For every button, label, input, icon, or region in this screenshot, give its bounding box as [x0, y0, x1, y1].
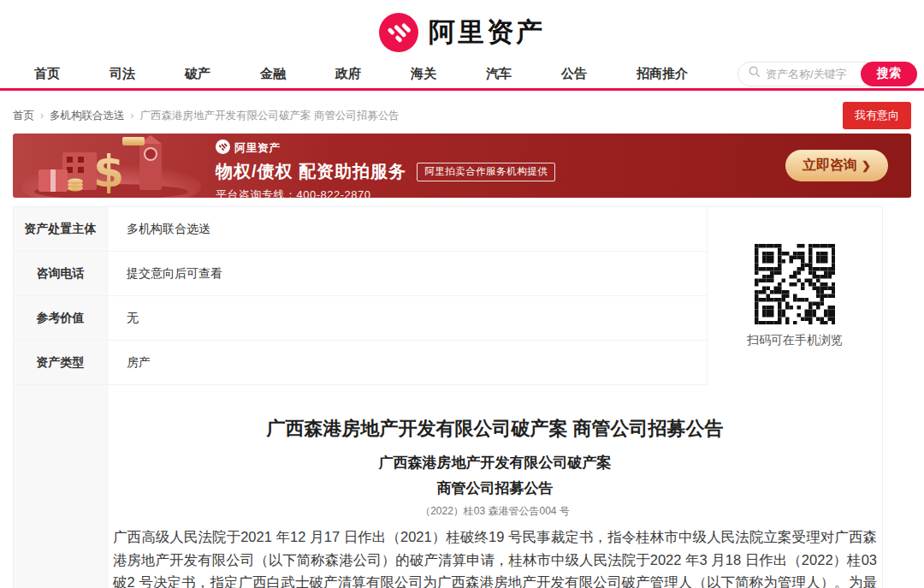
promo-banner[interactable]: $ 阿里资产 物权/债权 配资助拍服务 阿里拍卖合作服务机构提供: [13, 134, 911, 198]
breadcrumb-category[interactable]: 多机构联合选送: [50, 109, 125, 123]
breadcrumb-current: 广西森港房地产开发有限公司破产案 商管公司招募公告: [140, 109, 400, 123]
announcement-title: 广西森港房地产开发有限公司破产案 商管公司招募公告: [113, 416, 877, 442]
banner-illustration: $: [13, 134, 210, 198]
nav-item-promotion[interactable]: 招商推介: [637, 66, 688, 82]
breadcrumb-separator-icon: ›: [131, 110, 134, 122]
nav-item-customs[interactable]: 海关: [411, 66, 436, 82]
brand-name[interactable]: 阿里资产: [429, 15, 545, 50]
banner-tag: 阿里拍卖合作服务机构提供: [417, 163, 555, 181]
breadcrumb-home[interactable]: 首页: [13, 109, 34, 123]
info-value-disposer: 多机构联合选送: [108, 207, 707, 252]
info-label-phone: 咨询电话: [14, 252, 108, 296]
consult-now-button[interactable]: 立即咨询 ❯: [785, 150, 888, 181]
main-nav: 首页 司法 破产 金融 政府 海关 汽车 公告 招商推介 搜索: [0, 64, 924, 91]
qr-caption: 扫码可在手机浏览: [747, 333, 843, 348]
banner-text-block: 阿里资产 物权/债权 配资助拍服务 阿里拍卖合作服务机构提供 平台咨询专线：40…: [216, 140, 555, 198]
asset-detail-box: 资产处置主体 多机构联合选送 扫码可在手机浏览 咨询电话 提交意向后可查看 参考…: [13, 206, 883, 588]
search-icon: [749, 66, 761, 81]
site-header: 阿里资产: [0, 0, 924, 64]
svg-text:$: $: [93, 146, 124, 197]
nav-item-finance[interactable]: 金融: [260, 66, 286, 82]
breadcrumb: 首页 › 多机构联合选送 › 广西森港房地产开发有限公司破产案 商管公司招募公告…: [0, 103, 924, 128]
info-value-asset-type: 房产: [108, 341, 707, 385]
nav-item-home[interactable]: 首页: [34, 66, 60, 82]
consult-now-label: 立即咨询: [803, 157, 857, 175]
info-label-asset-type: 资产类型: [14, 341, 108, 385]
info-label-disposer: 资产处置主体: [14, 207, 108, 252]
banner-brand-name: 阿里资产: [234, 141, 281, 156]
arrow-right-icon: ❯: [862, 159, 871, 172]
announcement-subtitle1: 广西森港房地产开发有限公司破产案: [113, 453, 877, 472]
intent-button[interactable]: 我有意向: [843, 102, 911, 129]
breadcrumb-separator-icon: ›: [40, 110, 44, 122]
announcement-subtitle2: 商管公司招募公告: [113, 478, 877, 498]
info-label-ref-value: 参考价值: [14, 296, 108, 341]
banner-hotline: 平台咨询专线：400-822-2870: [216, 187, 555, 198]
announcement-label-cell: [14, 385, 108, 588]
nav-item-notice[interactable]: 公告: [561, 66, 587, 82]
asset-info-table: 资产处置主体 多机构联合选送 扫码可在手机浏览 咨询电话 提交意向后可查看 参考…: [14, 207, 882, 385]
nav-item-auto[interactable]: 汽车: [486, 66, 512, 82]
brand-gavel-icon[interactable]: [379, 13, 418, 52]
qr-panel: 扫码可在手机浏览: [707, 207, 882, 385]
nav-item-bankruptcy[interactable]: 破产: [185, 66, 210, 82]
search-box[interactable]: 搜索: [737, 62, 917, 86]
nav-item-government[interactable]: 政府: [335, 66, 361, 82]
announcement-body: 广西高级人民法院于2021 年12 月17 日作出（2021）桂破终19 号民事…: [113, 526, 877, 588]
info-value-ref-value: 无: [108, 296, 707, 341]
announcement-doc-number: （2022）桂03 森港管公告004 号: [113, 504, 877, 519]
announcement-content: 广西森港房地产开发有限公司破产案 商管公司招募公告 广西森港房地产开发有限公司破…: [108, 385, 882, 588]
qr-code: [755, 244, 836, 325]
nav-item-judicial[interactable]: 司法: [110, 66, 135, 82]
announcement-section: 广西森港房地产开发有限公司破产案 商管公司招募公告 广西森港房地产开发有限公司破…: [14, 385, 882, 588]
banner-title: 物权/债权 配资助拍服务: [216, 160, 406, 183]
search-button[interactable]: 搜索: [861, 62, 917, 86]
info-value-phone: 提交意向后可查看: [108, 252, 707, 296]
banner-brand-icon: [216, 140, 230, 157]
